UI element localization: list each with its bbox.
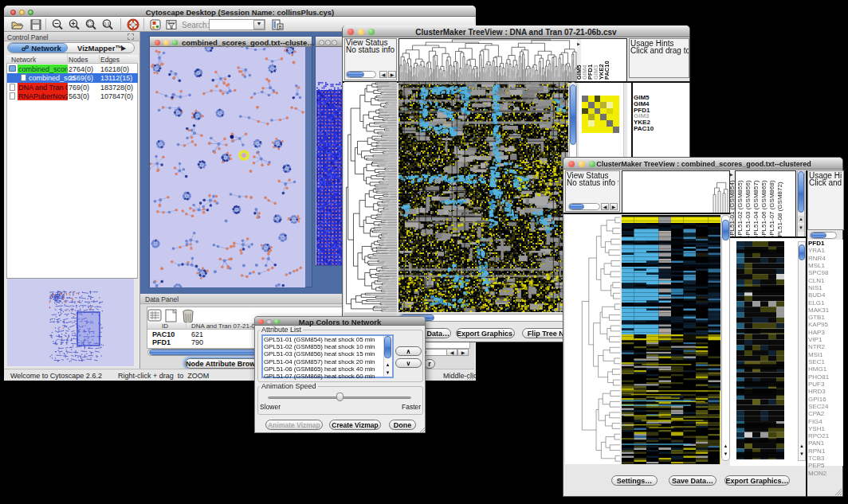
svg-text:1:1: 1:1 (104, 21, 110, 26)
svg-text:B: B (279, 25, 282, 29)
